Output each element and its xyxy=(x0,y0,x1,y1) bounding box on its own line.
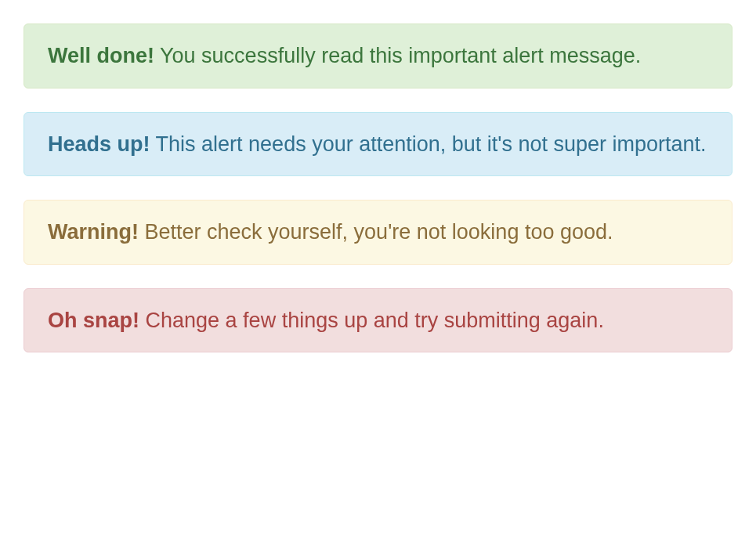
alert-danger-message: Change a few things up and try submittin… xyxy=(139,309,604,332)
alert-warning-message: Better check yourself, you're not lookin… xyxy=(139,220,613,244)
alert-info: Heads up! This alert needs your attentio… xyxy=(24,112,732,177)
alert-warning-title: Warning! xyxy=(48,220,139,244)
alert-success: Well done! You successfully read this im… xyxy=(24,23,732,89)
alert-info-message: This alert needs your attention, but it'… xyxy=(150,132,707,156)
alert-success-message: You successfully read this important ale… xyxy=(154,44,641,67)
alert-danger-title: Oh snap! xyxy=(48,309,139,332)
alert-danger: Oh snap! Change a few things up and try … xyxy=(24,288,732,353)
alert-warning: Warning! Better check yourself, you're n… xyxy=(24,200,732,265)
alert-success-title: Well done! xyxy=(48,44,154,67)
alert-info-title: Heads up! xyxy=(48,132,150,156)
